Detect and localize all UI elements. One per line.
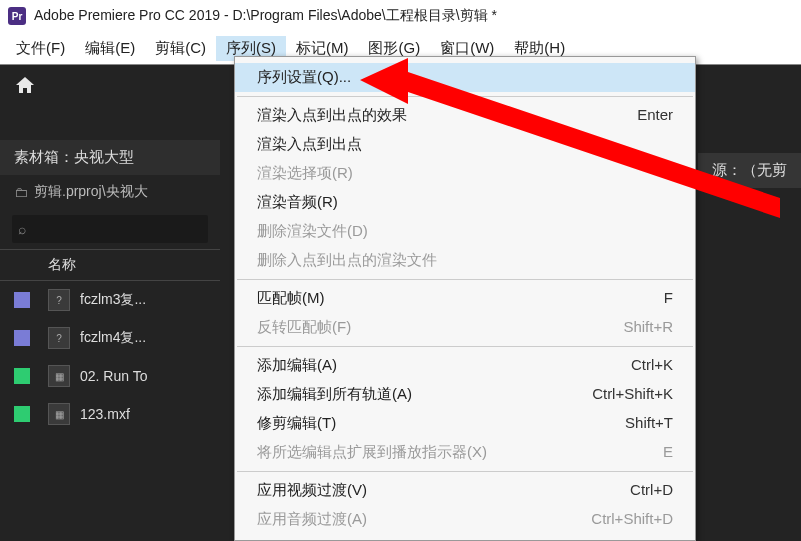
menu-shortcut: E <box>663 443 673 462</box>
color-swatch <box>14 406 30 422</box>
file-icon: ▦ <box>48 403 70 425</box>
file-name: 123.mxf <box>80 406 130 422</box>
menu-item[interactable]: 修剪编辑(T)Shift+T <box>235 409 695 438</box>
file-name: 02. Run To <box>80 368 147 384</box>
menu-shortcut: Ctrl+K <box>631 356 673 375</box>
menu-item[interactable]: 渲染音频(R) <box>235 188 695 217</box>
menu-item-label: 渲染入点到出点 <box>257 135 362 154</box>
menu-item[interactable]: 添加编辑到所有轨道(A)Ctrl+Shift+K <box>235 380 695 409</box>
source-panel-tab[interactable]: 源：（无剪 <box>698 153 801 188</box>
list-item[interactable]: ▦123.mxf <box>0 395 220 433</box>
menu-item-label: 添加编辑到所有轨道(A) <box>257 385 412 404</box>
file-icon: ▦ <box>48 365 70 387</box>
menu-item-label: 添加编辑(A) <box>257 356 337 375</box>
menu-item[interactable]: 添加编辑(A)Ctrl+K <box>235 351 695 380</box>
menu-item-label: 应用视频过渡(V) <box>257 481 367 500</box>
file-icon: ? <box>48 289 70 311</box>
menu-shortcut: Ctrl+Shift+D <box>591 510 673 529</box>
menu-item-label: 序列设置(Q)... <box>257 68 351 87</box>
bin-tab[interactable]: 素材箱：央视大型 <box>0 140 220 175</box>
menu-shortcut: Ctrl+Shift+K <box>592 385 673 404</box>
menu-item-label: 渲染音频(R) <box>257 193 338 212</box>
menu-item-label: 删除入点到出点的渲染文件 <box>257 251 437 270</box>
menu-item[interactable]: 渲染入点到出点 <box>235 130 695 159</box>
sequence-menu-dropdown: 序列设置(Q)...渲染入点到出点的效果Enter渲染入点到出点渲染选择项(R)… <box>234 56 696 541</box>
menu-编辑(E)[interactable]: 编辑(E) <box>75 36 145 61</box>
file-name: fczlm3复... <box>80 291 146 309</box>
menu-item-label: 将所选编辑点扩展到播放指示器(X) <box>257 443 487 462</box>
file-icon: ? <box>48 327 70 349</box>
list-header: 名称 <box>0 249 220 281</box>
color-swatch <box>14 292 30 308</box>
menu-item-label: 修剪编辑(T) <box>257 414 336 433</box>
menu-item-label: 反转匹配帧(F) <box>257 318 351 337</box>
menu-item-label: 渲染选择项(R) <box>257 164 353 183</box>
menu-shortcut: Enter <box>637 106 673 125</box>
menu-文件(F)[interactable]: 文件(F) <box>6 36 75 61</box>
menu-item-label: 匹配帧(M) <box>257 289 325 308</box>
menu-剪辑(C)[interactable]: 剪辑(C) <box>145 36 216 61</box>
menu-item: 删除入点到出点的渲染文件 <box>235 246 695 275</box>
menu-item-label: 删除渲染文件(D) <box>257 222 368 241</box>
list-item[interactable]: ▦02. Run To <box>0 357 220 395</box>
menu-item: 应用音频过渡(A)Ctrl+Shift+D <box>235 505 695 534</box>
search-input[interactable]: ⌕ <box>12 215 208 243</box>
menu-item[interactable]: 匹配帧(M)F <box>235 284 695 313</box>
menu-item[interactable]: 序列设置(Q)... <box>235 63 695 92</box>
menu-item-label: 渲染入点到出点的效果 <box>257 106 407 125</box>
list-item[interactable]: ?fczlm4复... <box>0 319 220 357</box>
list-item[interactable]: ?fczlm3复... <box>0 281 220 319</box>
home-icon[interactable] <box>0 65 220 108</box>
menu-item[interactable]: 应用视频过渡(V)Ctrl+D <box>235 476 695 505</box>
menu-item[interactable]: 渲染入点到出点的效果Enter <box>235 101 695 130</box>
breadcrumb-text: 剪辑.prproj\央视大 <box>34 183 148 201</box>
menu-shortcut: Shift+T <box>625 414 673 433</box>
column-name[interactable]: 名称 <box>48 256 76 274</box>
menu-item-label: 应用音频过渡(A) <box>257 510 367 529</box>
menu-shortcut: Ctrl+D <box>630 481 673 500</box>
color-swatch <box>14 368 30 384</box>
folder-icon: 🗀 <box>14 184 28 200</box>
menu-item: 将所选编辑点扩展到播放指示器(X)E <box>235 438 695 467</box>
window-title: Adobe Premiere Pro CC 2019 - D:\Program … <box>34 7 497 25</box>
titlebar: Pr Adobe Premiere Pro CC 2019 - D:\Progr… <box>0 0 801 32</box>
menu-item: 渲染选择项(R) <box>235 159 695 188</box>
color-swatch <box>14 330 30 346</box>
menu-item: 删除渲染文件(D) <box>235 217 695 246</box>
menu-shortcut: Shift+R <box>623 318 673 337</box>
menu-item: 反转匹配帧(F)Shift+R <box>235 313 695 342</box>
file-name: fczlm4复... <box>80 329 146 347</box>
breadcrumb[interactable]: 🗀 剪辑.prproj\央视大 <box>0 175 220 209</box>
project-panel: 素材箱：央视大型 🗀 剪辑.prproj\央视大 ⌕ 名称 ?fczlm3复..… <box>0 65 220 541</box>
menu-shortcut: F <box>664 289 673 308</box>
app-logo: Pr <box>8 7 26 25</box>
